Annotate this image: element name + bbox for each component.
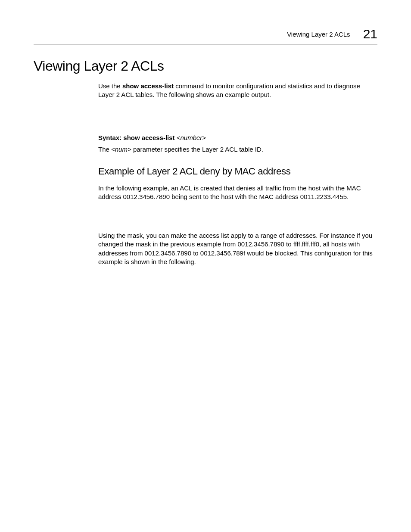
intro-pre: Use the — [98, 82, 122, 90]
intro-command: show access-list — [122, 82, 174, 90]
syntax-line: Syntax: show access-list <number> — [98, 134, 377, 141]
syntax-label: Syntax: show access-list — [98, 134, 177, 141]
main-content: Viewing Layer 2 ACLs Use the show access… — [34, 58, 377, 274]
example-paragraph-2: Using the mask, you can make the access … — [98, 231, 377, 266]
header-title: Viewing Layer 2 ACLs — [287, 31, 350, 38]
param-post: parameter specifies the Layer 2 ACL tabl… — [131, 146, 263, 153]
intro-paragraph: Use the show access-list command to moni… — [98, 82, 377, 100]
body-text: Use the show access-list command to moni… — [98, 82, 377, 266]
example-paragraph-1: In the following example, an ACL is crea… — [98, 184, 377, 202]
page-header: Viewing Layer 2 ACLs 21 — [287, 27, 377, 41]
param-line: The <num> parameter specifies the Layer … — [98, 146, 377, 153]
param-num: <num> — [111, 146, 131, 153]
section-heading: Example of Layer 2 ACL deny by MAC addre… — [98, 166, 377, 177]
syntax-param: <number> — [177, 134, 206, 141]
page-title: Viewing Layer 2 ACLs — [34, 58, 377, 74]
header-rule — [34, 44, 377, 44]
chapter-number: 21 — [363, 27, 377, 41]
param-pre: The — [98, 146, 111, 153]
